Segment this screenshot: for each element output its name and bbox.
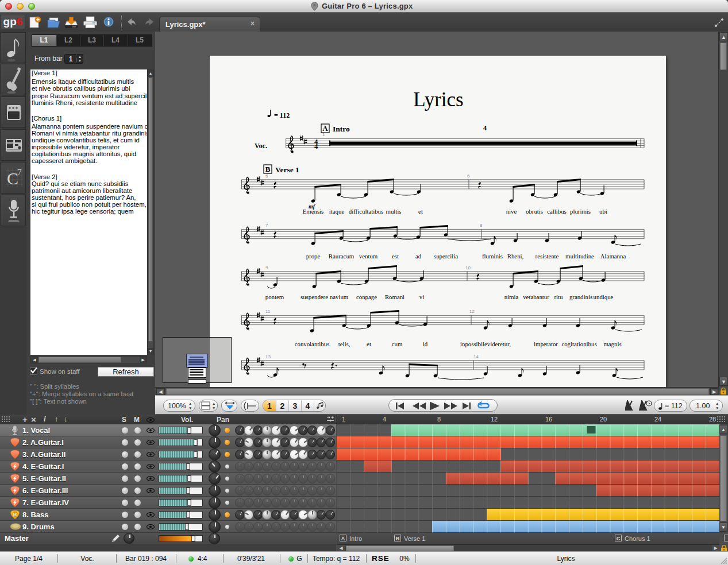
svg-text:9: 9 <box>265 265 268 270</box>
svg-text:ventum: ventum <box>359 253 378 260</box>
svg-text:id: id <box>423 340 428 347</box>
svg-text:difficultatibus: difficultatibus <box>349 208 383 215</box>
svg-text:Emensis: Emensis <box>303 208 324 215</box>
svg-text:et: et <box>418 208 423 215</box>
svg-text:resistente: resistente <box>536 253 559 260</box>
svg-text:multitudine: multitudine <box>565 253 594 260</box>
svg-text:telis,: telis, <box>338 340 350 347</box>
svg-text:fluminis: fluminis <box>482 253 503 260</box>
svg-text:Romani: Romani <box>385 293 405 300</box>
svg-text:4: 4 <box>483 124 487 132</box>
svg-text:5: 5 <box>265 173 268 179</box>
svg-text:est: est <box>392 253 399 260</box>
svg-text:Alamanna: Alamanna <box>600 253 626 260</box>
svg-text:prope: prope <box>306 253 321 260</box>
svg-text:B: B <box>265 165 271 173</box>
svg-text:suspendere: suspendere <box>301 293 328 300</box>
svg-text:ubi: ubi <box>599 208 607 215</box>
svg-text:magnis: magnis <box>603 340 621 347</box>
svg-text:6: 6 <box>467 173 470 179</box>
svg-text:undique: undique <box>594 293 614 300</box>
svg-text:et: et <box>367 340 371 347</box>
svg-text:Voc.: Voc. <box>255 142 267 150</box>
svg-text:cogitationibus: cogitationibus <box>561 340 596 347</box>
svg-text:pontem: pontem <box>265 293 284 300</box>
svg-text:4: 4 <box>314 142 318 150</box>
svg-text:11: 11 <box>265 309 271 314</box>
svg-text:14: 14 <box>473 354 479 359</box>
svg-text:Intro: Intro <box>333 125 350 133</box>
svg-text:Rheni,: Rheni, <box>507 253 524 260</box>
svg-text:navium: navium <box>330 293 349 300</box>
svg-text:supercilia: supercilia <box>434 253 458 260</box>
svg-text:obrutis: obrutis <box>526 208 543 215</box>
svg-text:itaque: itaque <box>329 208 345 215</box>
svg-text:13: 13 <box>265 354 271 359</box>
svg-text:A: A <box>322 124 328 133</box>
svg-text:Verse 1: Verse 1 <box>275 165 299 174</box>
svg-text:plurimis: plurimis <box>570 208 591 215</box>
svg-text:multis: multis <box>386 208 402 215</box>
svg-text:vetabantur: vetabantur <box>523 293 549 300</box>
svg-text:ad: ad <box>415 253 422 260</box>
svg-text:convolantibus: convolantibus <box>295 340 330 347</box>
svg-text:= 112: = 112 <box>274 111 290 119</box>
svg-text:ritu: ritu <box>554 293 564 300</box>
svg-text:nimia: nimia <box>504 293 519 300</box>
svg-text:B: B <box>13 512 17 517</box>
svg-text:C: C <box>7 169 18 188</box>
svg-text:callibus: callibus <box>547 208 567 215</box>
svg-text:10: 10 <box>465 265 471 270</box>
svg-text:7: 7 <box>17 168 22 177</box>
svg-text:7: 7 <box>265 223 268 228</box>
svg-text:1: 1 <box>322 132 325 137</box>
svg-text:Rauracum: Rauracum <box>329 253 355 260</box>
svg-text:imperator: imperator <box>534 340 558 347</box>
svg-text:conpage: conpage <box>356 293 377 300</box>
svg-text:Lyrics: Lyrics <box>413 88 463 111</box>
svg-text:vi: vi <box>419 293 424 300</box>
svg-text:cum: cum <box>392 340 403 347</box>
svg-text:nive: nive <box>506 208 517 215</box>
svg-text:grandinis: grandinis <box>569 293 592 300</box>
svg-text:inpossibilevideretur,: inpossibilevideretur, <box>460 340 511 347</box>
svg-text:8: 8 <box>480 223 483 228</box>
svg-text:12: 12 <box>469 309 475 314</box>
